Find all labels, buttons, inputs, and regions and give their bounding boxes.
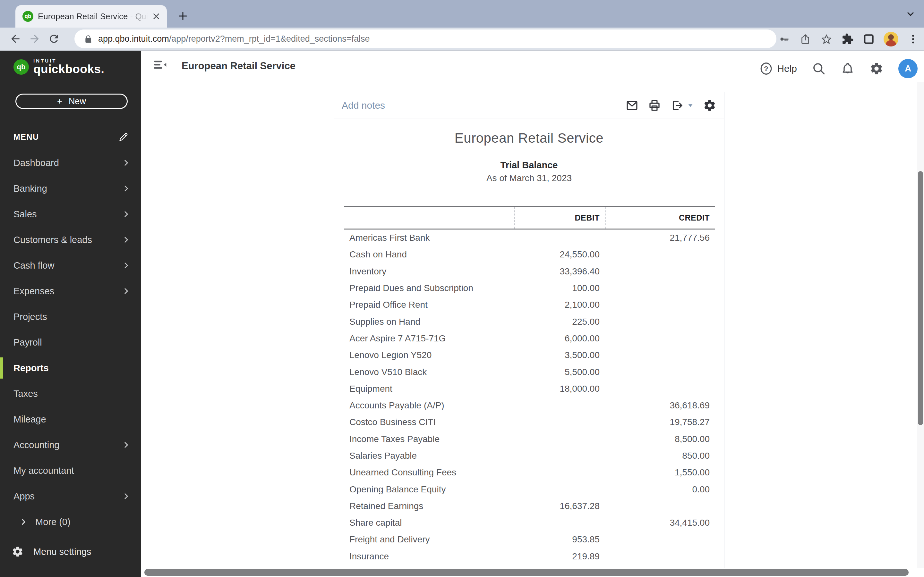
new-button[interactable]: + New <box>15 93 128 109</box>
debit-value[interactable]: 18,000.00 <box>514 384 599 394</box>
table-row: Income Taxes Payable 8,500.00 <box>344 431 715 448</box>
sidebar-nav: Dashboard Banking Sales <box>0 150 141 535</box>
debit-value[interactable]: 225.00 <box>514 317 599 327</box>
report-card: Add notes European Retail Service Trial … <box>334 92 724 574</box>
sidebar-item[interactable]: Mileage <box>0 406 141 432</box>
debit-value[interactable]: 100.00 <box>514 283 599 293</box>
notifications-bell-icon[interactable] <box>841 61 855 76</box>
sidebar-item[interactable]: My accountant <box>0 458 141 484</box>
horizontal-scrollbar-thumb[interactable] <box>144 569 909 576</box>
chevron-right-icon <box>122 492 130 500</box>
debit-value[interactable]: 33,396.40 <box>514 266 599 277</box>
column-divider <box>514 207 515 229</box>
chevron-right-icon <box>122 441 130 449</box>
plus-icon: + <box>57 97 62 106</box>
add-notes-link[interactable]: Add notes <box>342 100 385 111</box>
table-row: Unearned Consulting Fees 1,550.00 <box>344 464 715 481</box>
edit-menu-pencil-icon[interactable] <box>118 131 129 142</box>
credit-value[interactable]: 36,618.69 <box>599 400 715 411</box>
credit-value[interactable]: 34,415.00 <box>599 518 715 528</box>
account-name: Prepaid Office Rent <box>344 300 514 310</box>
collapse-menu-button[interactable] <box>153 58 168 71</box>
gear-icon <box>11 546 24 558</box>
table-body: Americas First Bank 21,777.56 Cash on Ha… <box>344 229 715 565</box>
table-row: Accounts Payable (A/P) 36,618.69 <box>344 397 715 414</box>
user-avatar[interactable]: A <box>898 59 918 78</box>
browser-menu-icon[interactable] <box>907 33 919 45</box>
sidebar-item[interactable]: Apps <box>0 484 141 509</box>
vertical-scrollbar[interactable] <box>917 82 924 577</box>
quickbooks-favicon: qb <box>23 11 33 22</box>
sidebar-item[interactable]: Expenses <box>0 278 141 304</box>
sidebar-item[interactable]: Reports <box>0 355 141 381</box>
sidebar-item[interactable]: Sales <box>0 201 141 227</box>
account-name: Cash on Hand <box>344 250 514 259</box>
chevron-right-icon <box>19 518 27 526</box>
debit-value[interactable]: 2,100.00 <box>514 300 599 310</box>
table-row: Americas First Bank 21,777.56 <box>344 229 715 246</box>
new-tab-button[interactable] <box>176 9 190 23</box>
sidebar-item-label: Projects <box>13 311 130 322</box>
tab-close-icon[interactable] <box>152 12 160 21</box>
print-icon[interactable] <box>648 99 661 112</box>
address-bar[interactable]: app.qbo.intuit.com/app/reportv2?mem_rpt_… <box>74 29 776 48</box>
share-icon[interactable] <box>799 33 812 45</box>
report-settings-gear-icon[interactable] <box>703 99 716 112</box>
table-row: Lenovo V510 Black 5,500.00 <box>344 364 715 380</box>
email-icon[interactable] <box>625 99 639 112</box>
refresh-button[interactable] <box>44 29 63 48</box>
vertical-scrollbar-thumb[interactable] <box>918 171 923 425</box>
horizontal-scrollbar[interactable] <box>141 568 924 577</box>
debit-value[interactable]: 24,550.00 <box>514 250 599 259</box>
debit-value[interactable]: 6,000.00 <box>514 334 599 343</box>
sidebar-item-label: Dashboard <box>13 158 122 168</box>
table-row: Share capital 34,415.00 <box>344 514 715 531</box>
sidebar-item[interactable]: Dashboard <box>0 150 141 176</box>
sidebar-item[interactable]: Taxes <box>0 381 141 406</box>
sidebar-item-label: Sales <box>13 209 122 219</box>
credit-value[interactable]: 8,500.00 <box>599 434 715 444</box>
account-name: Opening Balance Equity <box>344 484 514 495</box>
sidebar-item[interactable]: Payroll <box>0 330 141 355</box>
new-button-label: New <box>69 97 86 106</box>
export-caret-icon[interactable] <box>687 102 694 109</box>
extensions-puzzle-icon[interactable] <box>841 33 854 45</box>
sidebar-item[interactable]: Accounting <box>0 432 141 458</box>
passwords-key-icon[interactable] <box>778 33 790 45</box>
menu-settings[interactable]: Menu settings <box>11 546 91 558</box>
settings-gear-icon[interactable] <box>869 61 884 76</box>
export-icon[interactable] <box>670 99 684 112</box>
browser-profile-avatar[interactable] <box>884 32 898 47</box>
credit-value[interactable]: 21,777.56 <box>599 233 715 243</box>
sidebar-item[interactable]: Projects <box>0 304 141 330</box>
credit-value[interactable]: 850.00 <box>599 451 715 461</box>
credit-value[interactable]: 19,758.27 <box>599 417 715 427</box>
credit-value[interactable]: 1,550.00 <box>599 467 715 478</box>
debit-value[interactable]: 953.85 <box>514 534 599 545</box>
bookmark-star-icon[interactable] <box>820 33 833 45</box>
debit-value[interactable]: 3,500.00 <box>514 350 599 360</box>
sidebar-item[interactable]: Customers & leads <box>0 227 141 253</box>
browser-tab[interactable]: qb European Retail Service - Quic <box>15 5 167 27</box>
forward-button[interactable] <box>25 29 44 48</box>
help-button[interactable]: ? Help <box>759 61 797 76</box>
table-row: Retained Earnings 16,637.28 <box>344 498 715 514</box>
table-row: Equipment 18,000.00 <box>344 380 715 397</box>
sidebar-item[interactable]: Cash flow <box>0 253 141 278</box>
sidebar-item[interactable]: Banking <box>0 176 141 201</box>
tab-search-chevron-icon[interactable] <box>905 9 916 19</box>
debit-value[interactable]: 219.89 <box>514 551 599 562</box>
debit-value[interactable]: 16,637.28 <box>514 501 599 511</box>
back-button[interactable] <box>6 29 25 48</box>
debit-value[interactable]: 5,500.00 <box>514 367 599 377</box>
table-row: Supplies on Hand 225.00 <box>344 313 715 330</box>
sidebar: qb INTUIT quickbooks. + New MENU Dashboa… <box>0 51 141 577</box>
sidebar-item[interactable]: More (0) <box>0 509 141 535</box>
table-row: Freight and Delivery 953.85 <box>344 531 715 548</box>
credit-value[interactable]: 0.00 <box>599 484 715 495</box>
table-row: Cash on Hand 24,550.00 <box>344 246 715 263</box>
search-icon[interactable] <box>812 61 826 76</box>
browser-toolbar: app.qbo.intuit.com/app/reportv2?mem_rpt_… <box>0 27 924 51</box>
chevron-right-icon <box>122 210 130 218</box>
side-panel-icon[interactable] <box>863 33 875 45</box>
